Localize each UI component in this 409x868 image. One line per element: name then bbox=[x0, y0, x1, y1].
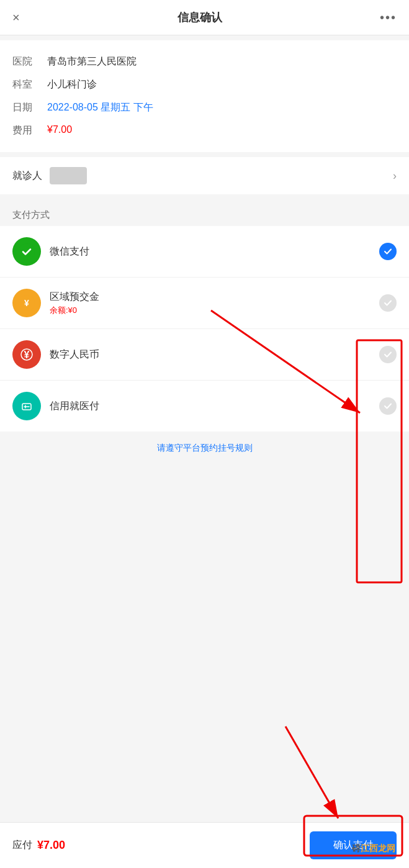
deposit-radio[interactable] bbox=[379, 294, 397, 312]
department-value: 小儿科门诊 bbox=[47, 78, 97, 91]
credit-medical-info: 信用就医付 bbox=[50, 400, 379, 413]
date-label: 日期 bbox=[12, 101, 37, 114]
credit-medical-name: 信用就医付 bbox=[50, 400, 379, 413]
wechat-pay-icon bbox=[12, 237, 41, 266]
payment-item-wechat[interactable]: 微信支付 bbox=[0, 226, 409, 278]
patient-label: 就诊人 bbox=[12, 170, 42, 183]
digital-rmb-icon: ¥ bbox=[12, 340, 41, 369]
department-row: 科室 小儿科门诊 bbox=[12, 73, 397, 96]
svg-text:¥: ¥ bbox=[24, 350, 30, 360]
payment-section: 支付方式 微信支付 ¥ bbox=[0, 199, 409, 465]
more-button[interactable]: ••• bbox=[380, 11, 397, 25]
svg-line-12 bbox=[285, 726, 338, 818]
deposit-name: 区域预交金 bbox=[50, 291, 379, 304]
svg-text:¥: ¥ bbox=[24, 298, 29, 308]
patient-avatar bbox=[50, 167, 87, 184]
deposit-sub: 余额:¥0 bbox=[50, 305, 379, 316]
wechat-pay-radio[interactable] bbox=[379, 243, 397, 260]
info-section: 医院 青岛市第三人民医院 科室 小儿科门诊 日期 2022-08-05 星期五 … bbox=[0, 40, 409, 152]
credit-medical-radio[interactable] bbox=[379, 397, 397, 415]
date-row: 日期 2022-08-05 星期五 下午 bbox=[12, 96, 397, 119]
credit-medical-icon bbox=[12, 392, 41, 420]
close-button[interactable]: × bbox=[12, 11, 20, 24]
fee-label: 费用 bbox=[12, 124, 37, 137]
deposit-info: 区域预交金 余额:¥0 bbox=[50, 291, 379, 316]
digital-rmb-info: 数字人民币 bbox=[50, 348, 379, 361]
page-header: × 信息确认 ••• bbox=[0, 0, 409, 35]
total-amount: ¥7.00 bbox=[37, 839, 65, 852]
payment-item-credit-medical[interactable]: 信用就医付 bbox=[0, 381, 409, 432]
hospital-label: 医院 bbox=[12, 55, 37, 68]
chevron-right-icon: › bbox=[393, 170, 397, 183]
deposit-icon: ¥ bbox=[12, 289, 41, 317]
confirm-pay-button[interactable]: 确认支付 bbox=[310, 831, 397, 859]
total-label: 应付 bbox=[12, 839, 32, 852]
payment-item-digital-rmb[interactable]: ¥ 数字人民币 bbox=[0, 329, 409, 381]
wechat-pay-info: 微信支付 bbox=[50, 245, 379, 258]
payment-list: 微信支付 ¥ 区域预交金 余额:¥0 bbox=[0, 226, 409, 432]
wechat-pay-name: 微信支付 bbox=[50, 245, 379, 258]
svg-point-6 bbox=[19, 398, 35, 414]
page-title: 信息确认 bbox=[178, 10, 222, 25]
fee-value: ¥7.00 bbox=[47, 124, 72, 135]
digital-rmb-name: 数字人民币 bbox=[50, 348, 379, 361]
patient-left: 就诊人 bbox=[12, 167, 87, 184]
hospital-row: 医院 青岛市第三人民医院 bbox=[12, 50, 397, 73]
fee-row: 费用 ¥7.00 bbox=[12, 119, 397, 142]
total-section: 应付 ¥7.00 bbox=[12, 839, 65, 852]
payment-item-deposit[interactable]: ¥ 区域预交金 余额:¥0 bbox=[0, 278, 409, 329]
svg-point-0 bbox=[19, 243, 35, 260]
digital-rmb-radio[interactable] bbox=[379, 346, 397, 363]
rules-link[interactable]: 请遵守平台预约挂号规则 bbox=[0, 432, 409, 465]
bottom-bar: 应付 ¥7.00 确认支付 bbox=[0, 822, 409, 868]
department-label: 科室 bbox=[12, 78, 37, 91]
payment-section-title: 支付方式 bbox=[0, 199, 409, 226]
patient-section[interactable]: 就诊人 › bbox=[0, 157, 409, 194]
hospital-value: 青岛市第三人民医院 bbox=[47, 55, 137, 68]
date-value: 2022-08-05 星期五 下午 bbox=[47, 101, 153, 114]
